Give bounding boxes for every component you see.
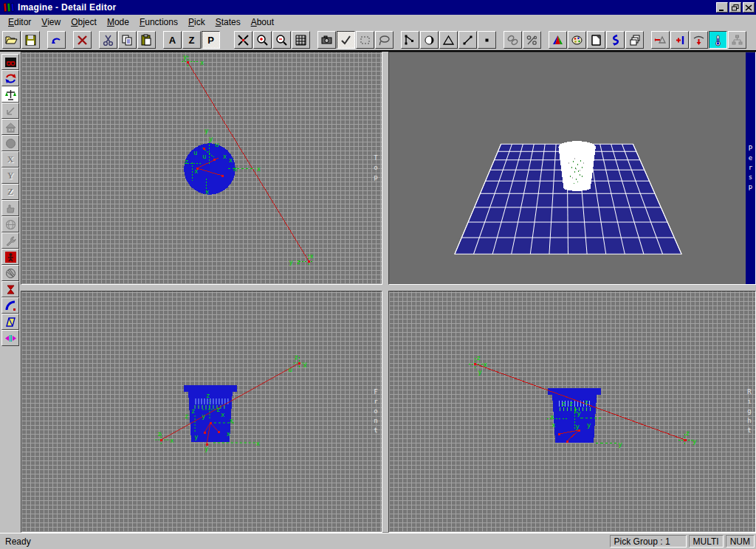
thermometer-icon [712, 34, 724, 46]
left-tool-column: X Y Z [0, 52, 21, 533]
pick-p-button[interactable]: P [202, 31, 220, 49]
lasso-select-button[interactable] [375, 31, 394, 49]
menu-pick[interactable]: Pick [183, 15, 210, 29]
attributes-a-button[interactable]: A [163, 31, 182, 49]
palette-button[interactable] [568, 31, 586, 49]
palette-icon [571, 34, 583, 46]
center-view-button[interactable] [234, 31, 252, 49]
camera-button[interactable] [317, 31, 336, 49]
svg-text:x: x [550, 412, 554, 421]
confirm-button[interactable] [337, 31, 355, 49]
scissors-icon [102, 34, 114, 46]
menu-functions[interactable]: Functions [134, 15, 183, 29]
pick-points-button[interactable] [401, 31, 419, 49]
menu-about[interactable]: About [246, 15, 279, 29]
texture-button[interactable] [587, 31, 605, 49]
pick-faces-button[interactable] [439, 31, 458, 49]
glasses-icon [4, 56, 17, 69]
viewport-top[interactable]: yxyzxyyuuzuxxxxxx Top [21, 52, 382, 285]
rgb-attributes-button[interactable] [549, 31, 567, 49]
link-button[interactable] [504, 31, 522, 49]
percent-icon [526, 34, 538, 46]
wrap-button[interactable] [606, 31, 625, 49]
axis-x-button[interactable]: X [1, 151, 19, 168]
menubar: Editor View Object Mode Functions Pick S… [0, 15, 756, 30]
zoom-in-button[interactable] [253, 31, 272, 49]
texture-page-icon [590, 34, 602, 46]
texture-sphere-button[interactable] [1, 265, 19, 281]
sphere-mode-button[interactable] [1, 135, 19, 151]
svg-text:z: z [476, 353, 481, 362]
svg-text:x: x [256, 440, 261, 447]
svg-text:y: y [209, 135, 213, 142]
restore-icon [732, 4, 739, 11]
scales-button[interactable] [1, 86, 19, 103]
menu-object[interactable]: Object [66, 15, 102, 29]
zoom-z-button[interactable]: Z [182, 31, 201, 49]
menu-editor[interactable]: Editor [3, 15, 36, 29]
viewport-right[interactable]: zxyzyzzzzyxxyyy Right [388, 291, 756, 533]
axis-y-button[interactable]: Y [1, 168, 19, 184]
hierarchy-button[interactable] [728, 31, 746, 49]
toolbar: A Z P [0, 30, 756, 52]
minimize-icon [718, 4, 726, 11]
svg-text:x: x [233, 165, 238, 173]
bones-button[interactable] [1, 249, 19, 265]
pick-sphere-button[interactable] [420, 31, 439, 49]
top-view-canvas: yxyzxyyuuzuxxxxxx [21, 52, 382, 284]
pick-point-button[interactable] [478, 31, 496, 49]
hand-button[interactable] [1, 200, 19, 216]
states-percent-button[interactable] [523, 31, 541, 49]
close-icon [745, 4, 752, 11]
open-button[interactable] [2, 31, 21, 49]
save-button[interactable] [21, 31, 40, 49]
axis-z-button[interactable]: Z [1, 184, 19, 200]
add-point-button[interactable] [670, 31, 689, 49]
magnetism-button[interactable] [1, 281, 19, 297]
home-button[interactable] [1, 119, 19, 135]
bend-tool-button[interactable] [1, 232, 19, 249]
zoom-in-icon [256, 34, 269, 46]
restore-button[interactable] [729, 2, 741, 13]
zoom-out-button[interactable] [272, 31, 291, 49]
grid-snap-button[interactable] [292, 31, 310, 49]
undo-button[interactable] [47, 31, 66, 49]
pick-edges-button[interactable] [458, 31, 477, 49]
view-mode-button[interactable] [1, 54, 19, 70]
skew-tool-button[interactable] [1, 314, 19, 330]
delete-button[interactable] [73, 31, 92, 49]
close-button[interactable] [743, 2, 755, 13]
marquee-select-button[interactable] [356, 31, 374, 49]
move-button[interactable] [1, 103, 19, 119]
add-face-button[interactable] [651, 31, 670, 49]
menu-states[interactable]: States [210, 15, 246, 29]
rotate-view-button[interactable] [1, 70, 19, 86]
swirl-arrow-icon [609, 34, 622, 46]
menu-mode[interactable]: Mode [102, 15, 134, 29]
home-icon [4, 121, 17, 134]
circle-icon [4, 137, 17, 150]
mirror-button[interactable] [1, 330, 19, 346]
arc-tool-button[interactable] [1, 297, 19, 314]
statusbar: Ready Pick Group : 1 MULTI NUM [0, 533, 756, 549]
rgb-cone-icon [551, 34, 564, 46]
minimize-button[interactable] [716, 2, 728, 13]
globe-button[interactable] [1, 216, 19, 232]
drop-curve-button[interactable] [690, 31, 708, 49]
paste-button[interactable] [137, 31, 156, 49]
thermometer-button[interactable] [709, 31, 727, 49]
svg-text:x: x [257, 165, 261, 173]
persp-view-canvas [389, 52, 746, 284]
cut-button[interactable] [99, 31, 117, 49]
viewport-front[interactable]: zxzxuzzzzyxxxyyx Front [21, 291, 382, 533]
check-icon [340, 34, 352, 46]
svg-text:y: y [289, 258, 294, 266]
menu-view[interactable]: View [36, 15, 66, 29]
duplicate-button[interactable] [625, 31, 644, 49]
svg-text:z: z [157, 430, 161, 438]
toolbar-separator [66, 31, 73, 49]
copy-button[interactable] [118, 31, 137, 49]
svg-text:x: x [551, 421, 556, 429]
viewport-persp[interactable]: Persp [388, 52, 756, 285]
svg-text:x: x [484, 360, 488, 368]
